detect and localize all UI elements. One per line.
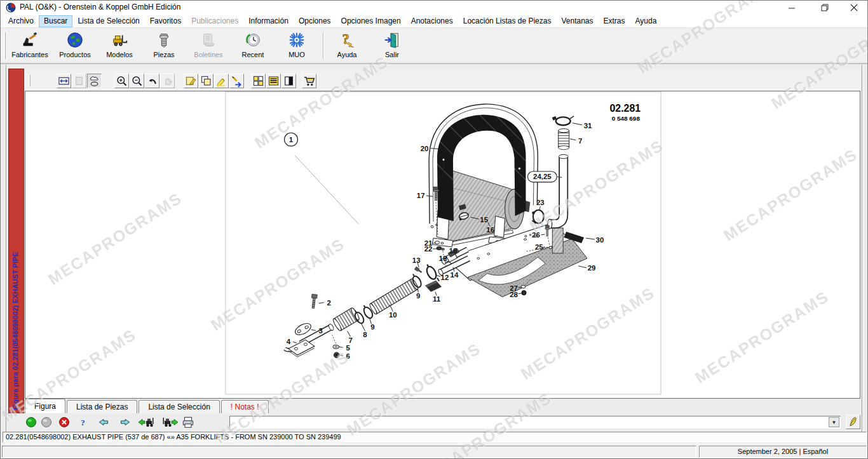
draw-arrow-button[interactable] [229, 74, 244, 88]
figure-canvas[interactable]: 02.281 0 548 698 12031724,25172315162625… [25, 91, 860, 399]
menu-ventanas[interactable]: Ventanas [556, 15, 598, 27]
callout-9[interactable]: 9 [416, 292, 420, 300]
menu-anotaciones[interactable]: Anotaciones [406, 15, 458, 27]
callout-22[interactable]: 22 [424, 245, 433, 253]
bolt-13[interactable] [414, 267, 423, 274]
piezas-button[interactable]: Piezas [143, 30, 185, 62]
callout-7[interactable]: 7 [348, 336, 352, 344]
next-model-button[interactable] [159, 415, 179, 429]
menu-publicaciones[interactable]: Publicaciones [186, 15, 243, 27]
close-button[interactable] [844, 1, 864, 15]
fabricantes-button[interactable]: Fabricantes [9, 30, 51, 62]
tab-lista-de-piezas[interactable]: Lista de Piezas [67, 400, 137, 413]
callout-24,25[interactable]: 24,25 [533, 173, 552, 180]
menu-locaci-n-listas-de-piezas[interactable]: Locación Listas de Piezas [458, 15, 557, 27]
fit-width-button[interactable] [57, 74, 71, 88]
callout-16[interactable]: 16 [486, 226, 494, 234]
callout-9[interactable]: 9 [370, 323, 374, 331]
menu-favoritos[interactable]: Favoritos [145, 15, 186, 27]
pipe-support-column[interactable] [552, 228, 563, 253]
context-help-button[interactable]: ? [78, 415, 90, 429]
callout-4[interactable]: 4 [287, 338, 291, 345]
callout-6[interactable]: 6 [346, 352, 349, 360]
pan-button[interactable] [160, 74, 175, 88]
callout-30[interactable]: 30 [596, 236, 604, 244]
drawing-toolbar-handle[interactable] [29, 75, 31, 86]
callout-20[interactable]: 20 [421, 145, 429, 152]
menu-archivo[interactable]: Archivo [3, 15, 39, 27]
menu-informaci-n[interactable]: Información [243, 15, 294, 27]
menu-opciones[interactable]: Opciones [294, 15, 336, 27]
productos-button[interactable]: Productos [54, 30, 96, 62]
washer-5-nut-6[interactable] [333, 345, 339, 357]
menu-extras[interactable]: Extras [599, 15, 630, 27]
washers-27-28[interactable] [521, 285, 526, 295]
muo-button[interactable]: MUO [276, 30, 318, 62]
callout-31[interactable]: 31 [584, 122, 592, 130]
menu-lista-de-selecci-n[interactable]: Lista de Selección [72, 15, 144, 27]
figure-combo-input[interactable] [231, 417, 822, 427]
callout-5[interactable]: 5 [346, 344, 350, 352]
undo-button[interactable] [145, 74, 159, 88]
figure-combobox[interactable]: ▼ [229, 416, 841, 429]
next-figure-button[interactable] [119, 415, 132, 429]
callout-2[interactable]: 2 [327, 299, 331, 307]
tail-pipe[interactable] [548, 154, 568, 229]
stop-button[interactable] [58, 415, 71, 429]
cart-button[interactable] [302, 74, 316, 88]
clamp-23[interactable] [532, 210, 544, 223]
boletines-button[interactable]: Boletines [187, 30, 229, 62]
figure-gray-ball-button[interactable] [40, 415, 53, 429]
gasket-3[interactable] [294, 321, 313, 337]
callout-19[interactable]: 19 [439, 255, 447, 262]
fit-page-button[interactable] [72, 74, 86, 88]
callout-28[interactable]: 28 [510, 291, 518, 298]
flex-tube-top[interactable] [559, 129, 569, 150]
prev-model-button[interactable] [138, 415, 157, 429]
menu-buscar[interactable]: Buscar [39, 15, 72, 27]
callout-10[interactable]: 10 [389, 311, 397, 319]
callout-17[interactable]: 17 [417, 192, 425, 199]
ayuda-button[interactable]: ?Ayuda [326, 30, 368, 62]
chevron-down-icon[interactable]: ▼ [829, 417, 839, 427]
callout-29[interactable]: 29 [588, 264, 596, 272]
callouts-toggle-button[interactable] [87, 74, 102, 88]
tab--notas-[interactable]: ! Notas ! [221, 400, 269, 413]
callout-12[interactable]: 12 [441, 274, 449, 281]
bolt-2[interactable] [311, 294, 318, 309]
annotation-pen-button[interactable] [846, 415, 860, 429]
callout-15[interactable]: 15 [480, 216, 488, 223]
tab-figura[interactable]: Figura [25, 399, 65, 413]
callout-13[interactable]: 13 [412, 256, 421, 264]
callout-3[interactable]: 3 [319, 327, 323, 335]
exploded-parts-diagram[interactable]: 02.281 0 548 698 12031724,25172315162625… [25, 91, 860, 398]
restore-button[interactable] [814, 1, 833, 15]
callout-18[interactable]: 18 [449, 247, 458, 255]
zoom-in-button[interactable] [114, 74, 129, 88]
callout-23[interactable]: 23 [536, 199, 545, 206]
print-button[interactable] [181, 415, 195, 429]
callout-8[interactable]: 8 [363, 331, 367, 338]
flex-pipe-10[interactable] [369, 278, 419, 315]
prev-figure-button[interactable] [97, 415, 110, 429]
saddle-11[interactable] [425, 278, 442, 292]
parts-list-button[interactable] [266, 74, 281, 88]
toolbar-drag-handle[interactable] [4, 32, 6, 59]
menu-opciones-imagen[interactable]: Opciones Imagen [336, 15, 406, 27]
callout-1[interactable]: 1 [289, 136, 294, 143]
clamp-31[interactable] [552, 116, 574, 125]
minimize-button[interactable] [782, 1, 801, 15]
copy-image-button[interactable] [199, 74, 214, 88]
invert-view-button[interactable] [281, 74, 296, 88]
callout-7[interactable]: 7 [578, 137, 582, 145]
callout-26[interactable]: 26 [532, 231, 540, 239]
salir-button[interactable]: Salir [371, 30, 413, 62]
callout-11[interactable]: 11 [433, 295, 441, 303]
highlighter-button[interactable] [214, 74, 229, 88]
menu-ayuda[interactable]: Ayuda [630, 15, 662, 27]
modelos-button[interactable]: Modelos [98, 30, 140, 62]
clamp-12[interactable] [424, 263, 438, 281]
tab-lista-de-selecci-n[interactable]: Lista de Selección [139, 400, 219, 413]
callout-14[interactable]: 14 [451, 271, 459, 279]
zoom-out-button[interactable] [130, 74, 144, 88]
